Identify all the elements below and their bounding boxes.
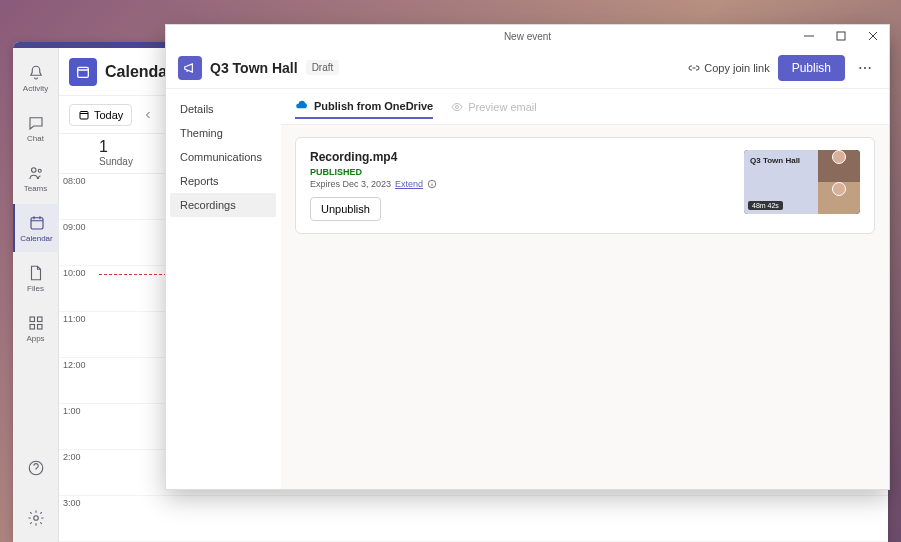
event-type-icon <box>178 56 202 80</box>
rail-label: Teams <box>24 184 48 193</box>
gear-icon <box>27 509 45 527</box>
recording-filename: Recording.mp4 <box>310 150 732 164</box>
thumbnail-participant <box>818 182 860 214</box>
modal-header: Q3 Town Hall Draft Copy join link Publis… <box>166 47 889 89</box>
rail-item-teams[interactable]: Teams <box>13 154 59 202</box>
more-horizontal-icon <box>857 60 873 76</box>
svg-rect-9 <box>78 67 89 77</box>
thumbnail-title: Q3 Town Hall <box>750 156 812 166</box>
info-icon <box>427 179 437 189</box>
teams-icon <box>27 164 45 182</box>
tab-publish-onedrive[interactable]: Publish from OneDrive <box>295 95 433 119</box>
modal-titlebar: New event <box>166 25 889 47</box>
bell-icon <box>27 64 45 82</box>
tab-label: Publish from OneDrive <box>314 100 433 112</box>
recording-expiry: Expires Dec 3, 2023 Extend <box>310 179 732 189</box>
time-label: 2:00 <box>59 450 99 495</box>
tab-preview-email[interactable]: Preview email <box>451 97 536 117</box>
event-title: Q3 Town Hall <box>210 60 298 76</box>
extend-link[interactable]: Extend <box>395 179 423 189</box>
draft-badge: Draft <box>306 60 340 75</box>
close-button[interactable] <box>857 25 889 47</box>
svg-point-1 <box>38 169 41 172</box>
content-tabs: Publish from OneDrive Preview email <box>281 89 889 125</box>
rail-item-apps[interactable]: Apps <box>13 304 59 352</box>
svg-rect-11 <box>837 32 845 40</box>
svg-rect-10 <box>80 111 88 119</box>
rail-label: Files <box>27 284 44 293</box>
chevron-left-icon <box>142 109 154 121</box>
svg-rect-3 <box>30 317 35 322</box>
sidebar-item-recordings[interactable]: Recordings <box>170 193 276 217</box>
unpublish-button[interactable]: Unpublish <box>310 197 381 221</box>
left-rail: Activity Chat Teams Calendar Files Apps <box>13 48 59 542</box>
more-options-button[interactable] <box>853 56 877 80</box>
time-label: 1:00 <box>59 404 99 449</box>
help-icon <box>27 459 45 477</box>
time-label: 3:00 <box>59 496 99 541</box>
time-label: 12:00 <box>59 358 99 403</box>
today-button[interactable]: Today <box>69 104 132 126</box>
time-label: 11:00 <box>59 312 99 357</box>
svg-rect-2 <box>31 217 43 228</box>
minimize-icon <box>804 31 814 41</box>
rail-item-settings[interactable] <box>13 494 59 542</box>
link-icon <box>688 62 700 74</box>
svg-rect-5 <box>30 324 35 329</box>
close-icon <box>868 31 878 41</box>
modal-window-title: New event <box>504 31 551 42</box>
recording-status: PUBLISHED <box>310 167 732 177</box>
apps-icon <box>27 314 45 332</box>
files-icon <box>27 264 45 282</box>
thumbnail-duration: 48m 42s <box>748 201 783 210</box>
minimize-button[interactable] <box>793 25 825 47</box>
calendar-app-icon <box>69 58 97 86</box>
time-label: 09:00 <box>59 220 99 265</box>
svg-point-15 <box>456 105 459 108</box>
recording-thumbnail[interactable]: Q3 Town Hall 48m 42s <box>744 150 860 214</box>
svg-point-12 <box>859 67 861 69</box>
prev-button[interactable] <box>138 105 158 125</box>
rail-item-chat[interactable]: Chat <box>13 104 59 152</box>
rail-item-help[interactable] <box>13 444 59 492</box>
sidebar-item-theming[interactable]: Theming <box>170 121 276 145</box>
calendar-title: Calendar <box>105 63 173 81</box>
sidebar-item-details[interactable]: Details <box>170 97 276 121</box>
sidebar-item-communications[interactable]: Communications <box>170 145 276 169</box>
chat-icon <box>27 114 45 132</box>
rail-label: Activity <box>23 84 48 93</box>
event-modal: New event Q3 Town Hall Draft Copy join l… <box>165 24 890 490</box>
rail-item-activity[interactable]: Activity <box>13 54 59 102</box>
cloud-icon <box>295 99 309 113</box>
copy-join-link-button[interactable]: Copy join link <box>688 62 769 74</box>
publish-button[interactable]: Publish <box>778 55 845 81</box>
rail-item-calendar[interactable]: Calendar <box>13 204 59 252</box>
svg-point-0 <box>31 167 36 172</box>
megaphone-icon <box>183 61 197 75</box>
time-label: 10:00 <box>59 266 99 311</box>
rail-label: Calendar <box>20 234 52 243</box>
copy-link-label: Copy join link <box>704 62 769 74</box>
time-label: 08:00 <box>59 174 99 219</box>
sidebar-item-reports[interactable]: Reports <box>170 169 276 193</box>
thumbnail-participant <box>818 150 860 182</box>
tab-label: Preview email <box>468 101 536 113</box>
modal-content: Publish from OneDrive Preview email Reco… <box>281 89 889 489</box>
today-label: Today <box>94 109 123 121</box>
maximize-icon <box>836 31 846 41</box>
rail-label: Apps <box>26 334 44 343</box>
rail-label: Chat <box>27 134 44 143</box>
recording-card: Recording.mp4 PUBLISHED Expires Dec 3, 2… <box>295 137 875 234</box>
modal-sidebar: Details Theming Communications Reports R… <box>166 89 281 489</box>
svg-point-13 <box>864 67 866 69</box>
maximize-button[interactable] <box>825 25 857 47</box>
window-controls <box>793 25 889 47</box>
calendar-small-icon <box>78 109 90 121</box>
svg-point-14 <box>869 67 871 69</box>
eye-icon <box>451 101 463 113</box>
svg-rect-6 <box>37 324 42 329</box>
calendar-icon <box>28 214 46 232</box>
rail-item-files[interactable]: Files <box>13 254 59 302</box>
expiry-text: Expires Dec 3, 2023 <box>310 179 391 189</box>
svg-point-8 <box>33 516 38 521</box>
